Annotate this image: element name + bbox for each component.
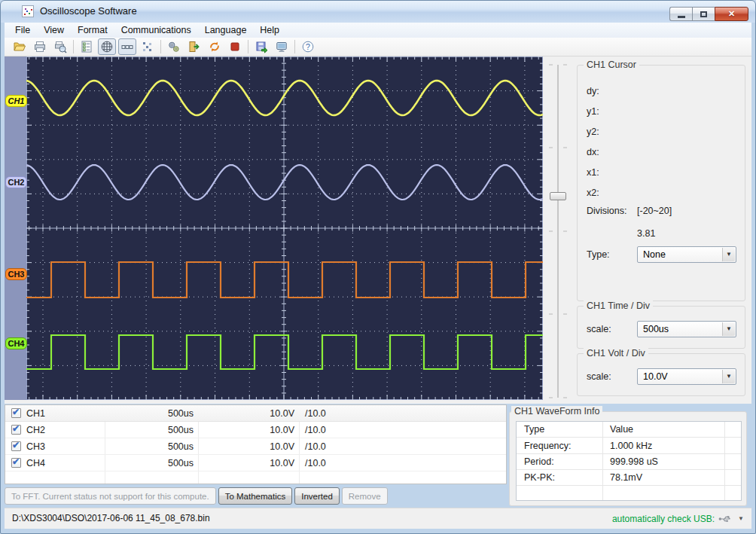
help-button[interactable]: ? bbox=[299, 38, 317, 55]
usb-dropdown-button[interactable]: ▼ bbox=[735, 512, 747, 526]
info-type: Period: bbox=[524, 454, 554, 470]
list-view-button[interactable] bbox=[78, 38, 96, 55]
channel-time-div: 500us bbox=[109, 405, 194, 422]
cursor-type-select[interactable]: None ▼ bbox=[637, 246, 736, 263]
waveform-info-table: TypeValueFrequency:1.000 kHzPeriod:999.9… bbox=[516, 421, 742, 501]
toolbar-separator bbox=[294, 40, 295, 53]
print-preview-button[interactable] bbox=[51, 38, 69, 55]
channel-checkbox-ch1[interactable]: ✔ bbox=[11, 408, 21, 418]
vertical-slider[interactable] bbox=[544, 56, 572, 403]
channel-time-div: 500us bbox=[109, 455, 194, 471]
export-icon bbox=[255, 40, 268, 53]
trace-ch3 bbox=[26, 262, 543, 298]
check-icon: ✔ bbox=[12, 456, 20, 467]
time-scale-label: scale: bbox=[587, 324, 611, 334]
cursor-type-label: Type: bbox=[587, 249, 610, 260]
channel-time-div: 500us bbox=[109, 438, 194, 455]
screen-icon bbox=[275, 40, 288, 53]
oscilloscope-display[interactable] bbox=[26, 56, 543, 400]
check-icon: ✔ bbox=[12, 440, 20, 450]
channel-tag-ch3[interactable]: CH3 bbox=[5, 268, 27, 280]
maximize-icon bbox=[700, 11, 707, 17]
volt-div-groupbox: CH1 Volt / Div scale: 10.0V ▼ bbox=[577, 353, 745, 396]
channel-tag-ch2[interactable]: CH2 bbox=[5, 176, 27, 188]
volt-scale-select[interactable]: 10.0V ▼ bbox=[637, 368, 736, 385]
channel-tag-ch4[interactable]: CH4 bbox=[5, 337, 27, 349]
dashed-line-button[interactable] bbox=[118, 38, 136, 55]
check-icon: ✔ bbox=[12, 407, 20, 417]
close-icon: ✕ bbox=[728, 9, 735, 19]
connect-icon bbox=[187, 40, 201, 53]
open-file-icon bbox=[13, 40, 26, 53]
cursor-field-x2: x2: bbox=[587, 188, 599, 198]
divisions-label: Divisions: bbox=[587, 206, 627, 216]
channel-name: CH4 bbox=[26, 455, 45, 471]
channel-row-ch1[interactable]: ✔CH1500us10.0V/10.0 bbox=[5, 405, 506, 422]
toolbar-separator bbox=[248, 40, 248, 53]
info-header-row: TypeValue bbox=[517, 422, 741, 438]
channel-row-ch2[interactable]: ✔CH2500us10.0V/10.0 bbox=[5, 422, 506, 438]
menu-item-language[interactable]: Language bbox=[198, 23, 254, 38]
stop-icon bbox=[228, 40, 242, 53]
print-icon bbox=[33, 40, 47, 53]
menu-bar: FileViewFormatCommunicationsLanguageHelp bbox=[5, 23, 751, 38]
close-button[interactable]: ✕ bbox=[715, 7, 748, 21]
menu-item-format[interactable]: Format bbox=[71, 23, 114, 38]
channel-tag-ch1[interactable]: CH1 bbox=[5, 95, 27, 107]
inverted-button[interactable]: Inverted bbox=[294, 487, 340, 505]
menu-item-view[interactable]: View bbox=[37, 23, 71, 38]
volt-scale-value: 10.0V bbox=[643, 371, 668, 382]
print-button[interactable] bbox=[31, 38, 49, 55]
channel-row-ch4[interactable]: ✔CH4500us10.0V/10.0 bbox=[5, 455, 506, 471]
menu-item-help[interactable]: Help bbox=[253, 23, 286, 38]
cursor-field-x1: x1: bbox=[587, 167, 599, 178]
slider-handle[interactable] bbox=[550, 192, 566, 200]
channel-probe: /10.0 bbox=[305, 422, 326, 438]
channel-checkbox-ch2[interactable]: ✔ bbox=[11, 425, 21, 435]
open-file-button[interactable] bbox=[11, 38, 29, 55]
menu-item-file[interactable]: File bbox=[8, 23, 37, 38]
time-scale-value: 500us bbox=[643, 324, 669, 334]
channel-panel: ✔CH1500us10.0V/10.0✔CH2500us10.0V/10.0✔C… bbox=[5, 404, 507, 505]
connect-button[interactable] bbox=[185, 38, 203, 55]
channel-row-ch3[interactable]: ✔CH3500us10.0V/10.0 bbox=[5, 438, 506, 455]
dots-button[interactable] bbox=[139, 38, 157, 55]
window-title: Oscilloscope Software bbox=[40, 0, 137, 23]
screen-button[interactable] bbox=[273, 38, 291, 55]
grid-button[interactable] bbox=[98, 38, 116, 55]
waveform-info-title: CH1 WaveForm Info bbox=[511, 406, 602, 417]
time-div-group-title: CH1 Time / Div bbox=[584, 301, 653, 311]
minimize-button[interactable] bbox=[669, 7, 692, 21]
info-value: Value bbox=[610, 422, 633, 438]
channel-probe: /10.0 bbox=[305, 455, 326, 471]
menu-item-communications[interactable]: Communications bbox=[114, 23, 198, 38]
chevron-down-icon: ▼ bbox=[722, 322, 735, 336]
channel-volt-div: 10.0V bbox=[203, 455, 294, 471]
print-preview-icon bbox=[53, 40, 67, 53]
to-mathematics-button[interactable]: To Mathematics bbox=[218, 487, 293, 505]
time-scale-select[interactable]: 500us ▼ bbox=[637, 321, 736, 337]
channel-volt-div: 10.0V bbox=[203, 438, 294, 455]
export-button[interactable] bbox=[252, 38, 270, 55]
help-icon: ? bbox=[301, 40, 315, 53]
status-bar: D:\XDS3004\DSO\2017-06-06 11_45_08_678.b… bbox=[5, 508, 751, 529]
info-type: Frequency: bbox=[524, 438, 572, 454]
fft-button: To FFT. Current status not support for t… bbox=[5, 487, 216, 505]
cursor-type-value: None bbox=[643, 249, 666, 260]
info-type: PK-PK: bbox=[524, 470, 555, 486]
channel-checkbox-ch3[interactable]: ✔ bbox=[11, 441, 21, 451]
time-div-groupbox: CH1 Time / Div scale: 500us ▼ bbox=[577, 306, 745, 349]
divisions-range: [-20~20] bbox=[637, 206, 672, 216]
channel-checkbox-ch4[interactable]: ✔ bbox=[11, 458, 21, 468]
info-row: Frequency:1.000 kHz bbox=[517, 438, 741, 454]
remove-button: Remove bbox=[342, 487, 388, 505]
waveform-info-groupbox: CH1 WaveForm Info TypeValueFrequency:1.0… bbox=[509, 411, 747, 506]
stop-button[interactable] bbox=[226, 38, 244, 55]
toolbar: ? bbox=[5, 38, 751, 56]
usb-status-text: automatically check USB: bbox=[612, 514, 715, 524]
channel-probe: /10.0 bbox=[305, 405, 326, 422]
maximize-button[interactable] bbox=[692, 7, 715, 21]
refresh-button[interactable] bbox=[206, 38, 224, 55]
list-view-icon bbox=[80, 40, 93, 53]
settings-button[interactable] bbox=[165, 38, 183, 55]
